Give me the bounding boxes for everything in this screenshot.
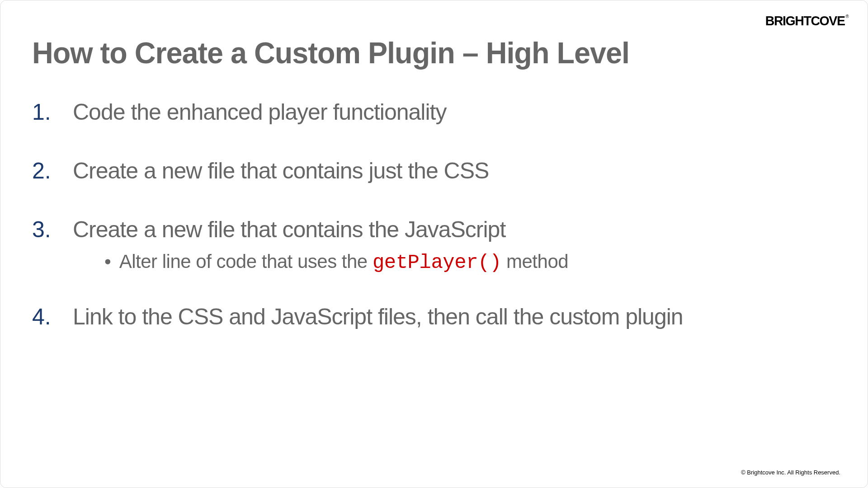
sub-prefix: Alter line of code that uses the: [119, 251, 373, 272]
list-item: 2. Create a new file that contains just …: [32, 158, 836, 184]
sub-text: Alter line of code that uses the getPlay…: [119, 251, 568, 274]
logo-registered: ®: [846, 14, 849, 19]
list-number: 1.: [32, 99, 73, 125]
list-item: 4. Link to the CSS and JavaScript files,…: [32, 304, 836, 330]
sub-list: • Alter line of code that uses the getPl…: [104, 251, 836, 274]
sub-suffix: method: [501, 251, 568, 272]
list-text: Code the enhanced player functionality: [73, 99, 446, 125]
copyright-text: © Brightcove Inc. All Rights Reserved.: [741, 469, 840, 476]
bullet-icon: •: [104, 251, 111, 272]
slide-container: BRIGHTCOVE® How to Create a Custom Plugi…: [0, 0, 868, 488]
list-item: 1. Code the enhanced player functionalit…: [32, 99, 836, 125]
list-text: Link to the CSS and JavaScript files, th…: [73, 304, 683, 330]
list-text: Create a new file that contains just the…: [73, 158, 489, 184]
list-text: Create a new file that contains the Java…: [73, 216, 505, 243]
list-item: 3. Create a new file that contains the J…: [32, 216, 836, 243]
slide-title: How to Create a Custom Plugin – High Lev…: [32, 36, 820, 70]
sub-item: • Alter line of code that uses the getPl…: [104, 251, 836, 274]
list-number: 3.: [32, 216, 73, 243]
brightcove-logo: BRIGHTCOVE®: [765, 13, 847, 28]
logo-text: BRIGHTCOVE: [765, 13, 845, 28]
steps-list: 1. Code the enhanced player functionalit…: [32, 99, 836, 330]
list-number: 2.: [32, 158, 73, 184]
code-snippet: getPlayer(): [373, 251, 501, 274]
list-number: 4.: [32, 304, 73, 330]
